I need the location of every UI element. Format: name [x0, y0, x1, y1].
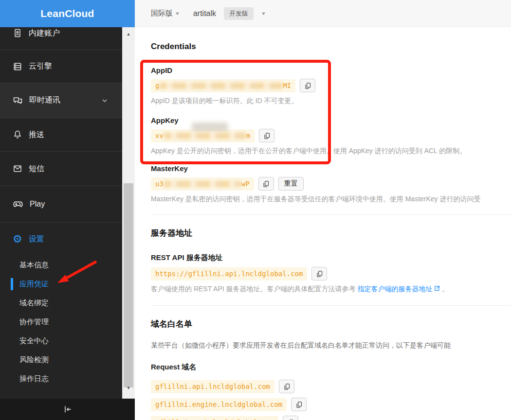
contact-card-icon	[13, 28, 22, 38]
scroll-down-icon[interactable]: ▼	[122, 383, 135, 393]
whitelist-section-title: 域名白名单	[151, 318, 511, 330]
scroll-up-icon[interactable]: ▲	[122, 29, 135, 39]
copy-appid-button[interactable]	[300, 79, 315, 92]
region-label: 国际版	[151, 9, 173, 18]
request-domain-label: Request 域名	[151, 363, 511, 372]
copy-icon	[262, 180, 270, 188]
sidebar-subitem-label: 域名绑定	[19, 298, 49, 308]
copy-icon	[316, 270, 323, 278]
rest-api-url[interactable]: https://gflillni.api.lncldglobal.com	[151, 267, 307, 280]
sidebar: 内建账户 云引擎 即时通讯 推送	[0, 27, 122, 399]
leancloud-dashboard: LeanCloud 国际版 ▼ artitalk 开发版 ▼ 内建账户 云引	[0, 0, 511, 420]
sidebar-subitem-label: 安全中心	[19, 336, 49, 346]
value-suffix: MI	[283, 82, 291, 89]
sidebar-subitem-label: 协作管理	[19, 317, 49, 327]
credentials-title: Credentials	[151, 42, 511, 52]
sidebar-item-label: 云引擎	[29, 61, 52, 71]
redacted-value	[160, 83, 282, 89]
sidebar-subitem-app-credentials[interactable]: 应用凭证	[0, 275, 122, 294]
section-divider	[151, 305, 511, 306]
copy-domain-button[interactable]	[279, 380, 294, 393]
brand-logo[interactable]: LeanCloud	[0, 0, 135, 27]
sidebar-subitem-security-center[interactable]: 安全中心	[0, 332, 122, 350]
sidebar-subitem-label: 应用凭证	[19, 280, 49, 289]
appid-description: AppID 是该项目的唯一标识符。此 ID 不可变更。	[151, 97, 511, 105]
bell-icon	[13, 130, 22, 140]
mail-icon	[13, 164, 22, 174]
app-plan-badge: 开发版	[224, 7, 254, 20]
sidebar-scrollbar[interactable]: ▲ ▼	[122, 27, 135, 399]
value-suffix: wP	[241, 180, 250, 188]
whitelist-description: 某些平台（如微信小程序）要求应用开发者在后台配置域名白名单才能正常访问，以下是客…	[151, 341, 511, 350]
sidebar-subitem-collaboration[interactable]: 协作管理	[0, 313, 122, 332]
reset-masterkey-button[interactable]: 重置	[278, 177, 304, 191]
server-section-title: 服务器地址	[151, 228, 511, 239]
topbar: 国际版 ▼ artitalk 开发版 ▼	[135, 0, 511, 27]
value-prefix: u3	[155, 180, 164, 188]
main-content: Credentials AppID g MI AppID 是该项目的唯一标识符。…	[135, 27, 511, 420]
appid-field: AppID g MI AppID 是该项目的唯一标识符。此 ID 不可变更。	[151, 66, 511, 105]
rest-api-description: 客户端使用的 REST API 服务器地址。客户端的具体配置方法请参考 指定客户…	[151, 285, 511, 294]
copy-rest-url-button[interactable]	[311, 267, 327, 280]
app-switcher-chevron-icon[interactable]: ▼	[261, 11, 267, 16]
sidebar-item-builtin-accounts[interactable]: 内建账户	[0, 27, 122, 50]
copy-icon	[304, 82, 311, 89]
description-text: 客户端使用的 REST API 服务器地址。客户端的具体配置方法请参考	[151, 285, 357, 293]
app-name: artitalk	[193, 9, 216, 18]
sidebar-item-settings[interactable]: ⚙ 设置	[0, 223, 122, 256]
appkey-value[interactable]: xv m	[151, 129, 255, 142]
external-link-icon[interactable]	[434, 285, 440, 292]
chevron-down-icon: ▼	[175, 11, 181, 16]
sidebar-subitem-label: 风险检测	[19, 355, 49, 365]
sidebar-item-play[interactable]: Play	[0, 186, 122, 223]
collapse-sidebar-icon	[62, 404, 73, 415]
section-divider	[151, 214, 511, 215]
masterkey-field: MasterKey u3 wP 重置 MasterKey 是私密的访问密钥，适用…	[151, 164, 511, 204]
value-suffix: m	[246, 132, 250, 140]
copy-icon	[295, 401, 303, 408]
appkey-field: AppKey xv m AppKey 是公开的访问密钥，适用于在公开的客户端中使…	[151, 116, 511, 156]
appkey-description: AppKey 是公开的访问密钥，适用于在公开的客户端中使用。使用 AppKey …	[151, 147, 511, 156]
domain-row: gflillni.api.lncldglobal.com	[151, 380, 511, 393]
copy-appkey-button[interactable]	[259, 129, 274, 142]
value-prefix: xv	[155, 132, 164, 140]
sidebar-item-instant-messaging[interactable]: 即时通讯	[0, 83, 122, 118]
gear-icon: ⚙	[13, 234, 22, 245]
sidebar-item-label: Play	[30, 200, 45, 209]
domain-row: gflillni.push.lncldglobal.com	[151, 416, 511, 420]
domain-value[interactable]: gflillni.engine.lncldglobal.com	[151, 398, 287, 411]
domain-row: gflillni.engine.lncldglobal.com	[151, 398, 511, 411]
sidebar-subitem-risk-detection[interactable]: 风险检测	[0, 350, 122, 369]
sidebar-subitem-label: 操作日志	[19, 374, 49, 384]
copy-domain-button[interactable]	[291, 398, 307, 411]
copy-icon	[263, 132, 271, 140]
sidebar-subitem-label: 基本信息	[19, 261, 49, 270]
scrollbar-thumb[interactable]	[124, 183, 133, 387]
sidebar-collapse-bar[interactable]	[0, 399, 135, 420]
masterkey-value[interactable]: u3 wP	[151, 177, 254, 191]
sidebar-item-label: 推送	[29, 130, 44, 140]
copy-masterkey-button[interactable]	[258, 177, 274, 191]
domain-value[interactable]: gflillni.api.lncldglobal.com	[151, 380, 274, 393]
sidebar-item-push[interactable]: 推送	[0, 118, 122, 152]
active-indicator	[11, 278, 13, 290]
sidebar-item-label: 内建账户	[29, 28, 60, 38]
sidebar-item-cloud-engine[interactable]: 云引擎	[0, 50, 122, 83]
server-address-doc-link[interactable]: 指定客户端的服务器地址	[357, 285, 432, 293]
rest-api-label: REST API 服务器地址	[151, 253, 511, 262]
copy-icon	[283, 383, 291, 390]
region-dropdown[interactable]: 国际版 ▼	[151, 9, 180, 18]
sidebar-subitem-operation-logs[interactable]: 操作日志	[0, 369, 122, 388]
sidebar-subitem-domain-binding[interactable]: 域名绑定	[0, 294, 122, 313]
sidebar-item-sms[interactable]: 短信	[0, 152, 122, 186]
appid-value[interactable]: g MI	[151, 79, 295, 92]
copy-domain-button[interactable]	[283, 416, 298, 420]
sidebar-item-label: 短信	[29, 164, 44, 174]
sidebar-item-label: 设置	[29, 234, 44, 245]
domain-value[interactable]: gflillni.push.lncldglobal.com	[151, 416, 278, 420]
sidebar-subitem-basic-info[interactable]: 基本信息	[0, 256, 122, 275]
chevron-down-icon[interactable]	[101, 97, 109, 105]
sidebar-item-label: 即时通讯	[29, 95, 60, 105]
masterkey-label: MasterKey	[151, 164, 511, 173]
redacted-value	[164, 181, 241, 187]
